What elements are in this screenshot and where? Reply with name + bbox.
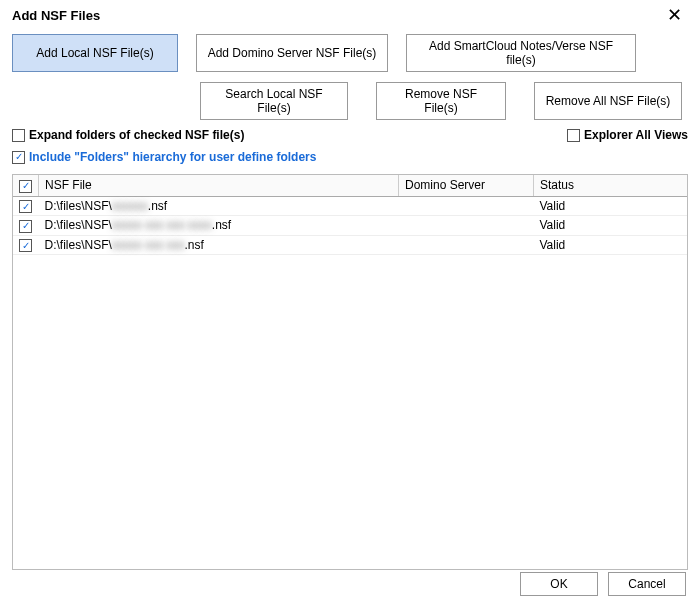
- cancel-button[interactable]: Cancel: [608, 572, 686, 596]
- add-domino-server-nsf-button[interactable]: Add Domino Server NSF File(s): [196, 34, 388, 72]
- nsf-file-table-container: ✓ NSF File Domino Server Status ✓D:\file…: [12, 174, 688, 570]
- cell-status: Valid: [534, 216, 688, 236]
- row-checkbox[interactable]: ✓: [19, 239, 32, 252]
- cell-server: [399, 216, 534, 236]
- remove-all-nsf-button[interactable]: Remove All NSF File(s): [534, 82, 682, 120]
- search-local-nsf-button[interactable]: Search Local NSF File(s): [200, 82, 348, 120]
- cell-server: [399, 235, 534, 255]
- expand-folders-checkbox[interactable]: [12, 129, 25, 142]
- ok-button[interactable]: OK: [520, 572, 598, 596]
- expand-folders-label: Expand folders of checked NSF file(s): [29, 128, 244, 142]
- cell-server: [399, 196, 534, 216]
- nsf-file-table: ✓ NSF File Domino Server Status ✓D:\file…: [13, 175, 687, 255]
- column-header-status[interactable]: Status: [534, 175, 688, 196]
- close-icon[interactable]: ✕: [661, 6, 688, 24]
- cell-status: Valid: [534, 235, 688, 255]
- table-row[interactable]: ✓D:\files\NSF\xxxxxx.nsfValid: [13, 196, 687, 216]
- cell-file: D:\files\NSF\xxxxx xxx xxx.nsf: [39, 235, 399, 255]
- cell-file: D:\files\NSF\xxxxx xxx xxx xxxx.nsf: [39, 216, 399, 236]
- cell-status: Valid: [534, 196, 688, 216]
- column-header-server[interactable]: Domino Server: [399, 175, 534, 196]
- explorer-all-views-label: Explorer All Views: [584, 128, 688, 142]
- table-row[interactable]: ✓D:\files\NSF\xxxxx xxx xxx.nsfValid: [13, 235, 687, 255]
- add-smartcloud-nsf-button[interactable]: Add SmartCloud Notes/Verse NSF file(s): [406, 34, 636, 72]
- include-folders-label: Include "Folders" hierarchy for user def…: [29, 150, 316, 164]
- table-row[interactable]: ✓D:\files\NSF\xxxxx xxx xxx xxxx.nsfVali…: [13, 216, 687, 236]
- row-checkbox[interactable]: ✓: [19, 200, 32, 213]
- include-folders-checkbox[interactable]: ✓: [12, 151, 25, 164]
- table-header-checkbox[interactable]: ✓: [19, 180, 32, 193]
- remove-nsf-button[interactable]: Remove NSF File(s): [376, 82, 506, 120]
- column-header-file[interactable]: NSF File: [39, 175, 399, 196]
- add-local-nsf-button[interactable]: Add Local NSF File(s): [12, 34, 178, 72]
- row-checkbox[interactable]: ✓: [19, 220, 32, 233]
- cell-file: D:\files\NSF\xxxxxx.nsf: [39, 196, 399, 216]
- dialog-title: Add NSF Files: [12, 8, 100, 23]
- explorer-all-views-checkbox[interactable]: [567, 129, 580, 142]
